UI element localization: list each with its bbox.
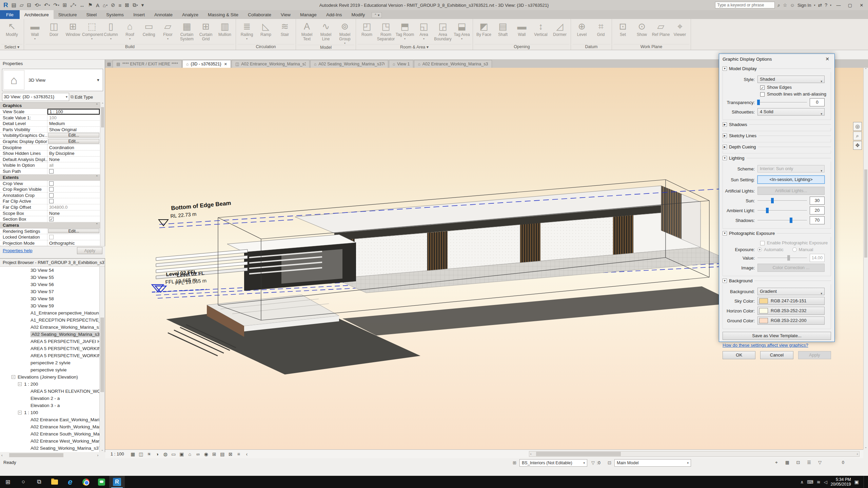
- modify-button[interactable]: ↖Modify: [1, 20, 22, 44]
- view-scale-control[interactable]: 1 : 100: [105, 451, 129, 456]
- property-value[interactable]: Edit...: [47, 133, 100, 138]
- browser-item[interactable]: 3D View 55: [0, 274, 100, 281]
- property-value[interactable]: [47, 192, 100, 198]
- ribbon-tab-file[interactable]: File: [0, 10, 20, 19]
- background-dropdown[interactable]: Gradient▾: [757, 288, 825, 295]
- section-collapse-icon[interactable]: ⌃: [96, 103, 98, 108]
- wall-button[interactable]: ▬Wall▾: [25, 20, 44, 44]
- revit-logo[interactable]: R: [2, 1, 9, 9]
- ribbon-tab-manage[interactable]: Manage: [295, 10, 321, 19]
- measure-icon-caret[interactable]: ▾: [75, 4, 76, 7]
- collapse-icon[interactable]: ▼: [723, 156, 727, 160]
- browser-item[interactable]: A1_RECEPTION PERSPECTIVE_HATOUN: [0, 317, 100, 324]
- dropdown-caret-icon[interactable]: ▾: [404, 37, 406, 40]
- print-icon[interactable]: ⊞: [61, 1, 68, 9]
- help-icon[interactable]: ?: [825, 2, 827, 8]
- sign-in-caret-icon[interactable]: ▾: [814, 4, 815, 7]
- shadows-icon[interactable]: ◑: [153, 451, 161, 457]
- dropdown-caret-icon[interactable]: ▾: [246, 37, 248, 40]
- checkbox[interactable]: [49, 181, 54, 186]
- volume-icon[interactable]: ◁: [824, 480, 827, 485]
- save-icon[interactable]: ⊟: [25, 1, 33, 9]
- ribbon-tab-architecture[interactable]: Architecture: [20, 10, 54, 19]
- tree-expander-icon[interactable]: −: [12, 375, 15, 379]
- sync-icon[interactable]: ⟲▾: [33, 1, 42, 9]
- undo-icon[interactable]: ↶▾: [43, 1, 52, 9]
- sun-value[interactable]: 30: [810, 197, 825, 205]
- ok-button[interactable]: OK: [723, 351, 755, 359]
- browser-item[interactable]: AREA 5 PERSPECTIVE_WORKING_JIAFI: [0, 352, 100, 359]
- thin-lines-icon[interactable]: ≡: [117, 1, 123, 9]
- roof-button[interactable]: ⌂Roof▾: [120, 20, 139, 44]
- edit-type-button[interactable]: ⧉ Edit Type: [71, 93, 103, 101]
- property-value[interactable]: Medium: [47, 121, 100, 126]
- sync-icon-caret[interactable]: ▾: [39, 4, 41, 7]
- properties-help-link[interactable]: Properties help: [3, 248, 32, 253]
- property-value[interactable]: 1 : 100: [47, 109, 100, 115]
- transparency-slider[interactable]: [757, 99, 807, 106]
- silhouettes-dropdown[interactable]: 4 Solid▾: [757, 108, 825, 116]
- render-icon[interactable]: ◍: [161, 451, 170, 457]
- workset-filter-icon[interactable]: ▽: [591, 460, 595, 465]
- ribbon-tab-insert[interactable]: Insert: [129, 10, 150, 19]
- viewer-button[interactable]: ⌖Viewer: [670, 20, 689, 44]
- minimize-button[interactable]: —: [834, 3, 843, 8]
- panel-label-circulation[interactable]: Circulation: [237, 44, 294, 50]
- model-display-header[interactable]: ▼ Model Display: [723, 65, 831, 72]
- temporary-hide-isolate-icon[interactable]: ∞: [194, 451, 202, 457]
- type-selector[interactable]: ⌂ 3D View ▼: [2, 69, 103, 91]
- checkbox[interactable]: [49, 193, 54, 198]
- select-underlay-icon[interactable]: ⊡: [794, 460, 802, 465]
- profile-icon[interactable]: ☺: [790, 2, 795, 8]
- expand-icon[interactable]: ▶: [723, 134, 727, 138]
- network-icon[interactable]: ≋: [817, 480, 821, 485]
- customize-qat-icon[interactable]: ▾: [140, 1, 145, 9]
- sky-color-button[interactable]: RGB 247-216-151: [757, 297, 825, 305]
- touch-keyboard-icon[interactable]: ⌨: [807, 480, 813, 485]
- chat-icon[interactable]: [94, 476, 109, 488]
- browser-item[interactable]: −Elevations (Joinery Elevation): [0, 373, 100, 381]
- worksets-icon[interactable]: ⊞: [513, 460, 516, 465]
- crop-view-icon[interactable]: ▭: [170, 451, 178, 457]
- model-group-button[interactable]: ⊚Model Group▾: [335, 20, 354, 45]
- style-dropdown[interactable]: Shaded▾: [757, 76, 825, 83]
- tag-icon[interactable]: ⚑: [86, 1, 94, 9]
- dropdown-caret-icon[interactable]: ▾: [167, 37, 169, 40]
- tray-expand-icon[interactable]: ∧: [801, 480, 804, 485]
- level-button[interactable]: ⊕Level: [572, 20, 591, 44]
- background-header[interactable]: ▼Background: [723, 277, 831, 284]
- sun-path-icon[interactable]: ☀: [145, 451, 153, 457]
- close-button[interactable]: ✕: [857, 3, 866, 8]
- filter-icon[interactable]: ▽: [816, 460, 824, 465]
- aligned-dimension-icon[interactable]: ↔: [78, 1, 86, 9]
- property-value[interactable]: [47, 168, 100, 174]
- ribbon-tab-collaborate[interactable]: Collaborate: [243, 10, 276, 19]
- vertical-button[interactable]: ↕Vertical: [531, 20, 550, 44]
- file-icon[interactable]: ▤: [10, 1, 18, 9]
- browser-item[interactable]: A02 Entrance East_Working_Marina_s: [0, 416, 100, 423]
- property-value[interactable]: Coordination: [47, 145, 100, 150]
- switch-windows-icon[interactable]: ⧉▾: [131, 1, 139, 9]
- smooth-lines-checkbox[interactable]: [760, 92, 765, 97]
- model-size-icon[interactable]: ▦: [129, 451, 137, 457]
- panel-label-opening[interactable]: Opening: [474, 44, 569, 50]
- cancel-button[interactable]: Cancel: [760, 351, 793, 359]
- dropdown-caret-icon[interactable]: ▾: [423, 37, 425, 40]
- property-value[interactable]: [47, 234, 100, 240]
- browser-item[interactable]: Elevation 2 - a: [0, 395, 100, 402]
- property-value[interactable]: Show Original: [47, 127, 100, 133]
- design-option-combo[interactable]: Main Model▾: [614, 459, 691, 467]
- ribbon-tab-structure[interactable]: Structure: [54, 10, 82, 19]
- text-icon[interactable]: A: [95, 1, 101, 9]
- property-value[interactable]: [47, 186, 100, 192]
- room-button[interactable]: ◰Room: [357, 20, 376, 44]
- editable-only-icon[interactable]: ⌖: [772, 460, 781, 465]
- expand-icon[interactable]: ▶: [723, 122, 727, 127]
- property-value[interactable]: [47, 181, 100, 186]
- browser-item[interactable]: A02 Seating_Working_Marina_s37635: [0, 445, 100, 452]
- shadows-slider[interactable]: [757, 217, 807, 224]
- browser-item[interactable]: −1 : 100: [0, 409, 100, 416]
- type-selector-caret-icon[interactable]: ▼: [96, 78, 103, 82]
- dropdown-caret-icon[interactable]: ▾: [344, 42, 346, 45]
- sun-slider[interactable]: [757, 197, 807, 204]
